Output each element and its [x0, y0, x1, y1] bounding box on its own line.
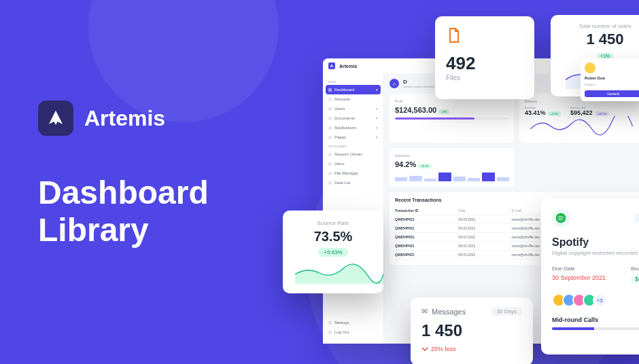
- chevron-down-icon: ▾: [376, 135, 378, 139]
- expenses-value: 94.2%: [395, 160, 416, 168]
- chevron-down-icon: ▾: [376, 88, 378, 92]
- hero-title: Dashboard Library: [38, 174, 209, 249]
- files-label: Files: [446, 74, 523, 81]
- users-label: Total number of users: [560, 23, 639, 29]
- expenses-badge: +8.1%: [418, 164, 431, 168]
- hero-title-line: Library: [38, 211, 209, 249]
- expenses-card: Expenses 94.2%+8.1%: [390, 148, 515, 187]
- project-description: Digital copyright restricted recorded mu…: [552, 250, 639, 256]
- page-header-icon: ⌂: [390, 79, 399, 88]
- files-card: 492 Files: [435, 16, 534, 99]
- sidebar-item-discover[interactable]: Discover: [323, 94, 383, 104]
- card-label: Profit: [395, 99, 508, 103]
- general-button[interactable]: General: [585, 90, 639, 97]
- budget-label: Budget: [631, 266, 639, 272]
- sidebar-item-settings[interactable]: Settings: [323, 318, 383, 327]
- profile-name: Robin Doe: [585, 76, 639, 80]
- sidebar: MAIN Dashboard▾ Discover Users▾ Document…: [323, 73, 384, 344]
- due-date-label: Due Date: [552, 266, 606, 272]
- balance-sparkline: [525, 116, 638, 136]
- sidebar-item-data-list[interactable]: Data List: [323, 178, 383, 187]
- sidebar-item-applications[interactable]: Applications▾: [323, 123, 383, 132]
- sidebar-section-label: MAIN: [323, 77, 383, 85]
- files-value: 492: [446, 53, 523, 74]
- spotify-logo-icon: [552, 209, 570, 227]
- chevron-down-icon: ▾: [376, 116, 378, 120]
- balance-value: $95,422: [570, 109, 593, 116]
- chevron-down-icon: ▾: [376, 126, 378, 130]
- bounce-label: Bounce Rate: [290, 220, 377, 226]
- profit-value: $124,563.00: [395, 106, 436, 114]
- card-label: Expenses: [395, 153, 509, 158]
- bounce-rate-card: Bounce Rate 73.5% +5.63%: [283, 211, 383, 293]
- project-status: In Progress: [634, 214, 639, 223]
- artemis-logo-icon: [38, 101, 73, 136]
- app-name: Artemis: [339, 64, 357, 69]
- mid-round-calls-label: Mid-round Calls: [552, 316, 639, 323]
- sidebar-item-file-manager[interactable]: File Manager: [323, 168, 383, 178]
- messages-title: Messages: [432, 308, 466, 316]
- sidebar-item-logout[interactable]: Log Out: [323, 327, 383, 337]
- progress-bar: [552, 327, 639, 330]
- sidebar-section-label: SECONDARY: [323, 142, 383, 149]
- spotify-project-card: In Progress Spotify Digital copyright re…: [541, 198, 639, 354]
- progress-bar: [395, 117, 508, 120]
- avatar-group: +3: [552, 293, 639, 307]
- sidebar-item-inbox[interactable]: Inbox: [323, 159, 383, 168]
- profit-card: Profit $124,563.00+8%: [390, 94, 514, 143]
- bounce-badge: +5.63%: [318, 248, 347, 257]
- trend-down-icon: [421, 346, 428, 352]
- budget-value: $650,950.00: [631, 274, 639, 284]
- sidebar-item-support[interactable]: Support Center: [323, 149, 383, 159]
- chevron-down-icon: ▾: [376, 107, 378, 111]
- messages-filter[interactable]: 30 Days: [491, 307, 522, 316]
- sidebar-item-users[interactable]: Users▾: [323, 104, 383, 113]
- due-date-value: 30 September 2021: [552, 274, 606, 281]
- hero-title-line: Dashboard: [38, 174, 209, 211]
- messages-card: ✉Messages 30 Days 1 450 25% less: [411, 297, 533, 364]
- file-icon: [446, 27, 462, 43]
- messages-trend: 25% less: [421, 346, 522, 352]
- balance-badge: +13.5%: [595, 111, 610, 116]
- expenses-bars: [395, 172, 509, 181]
- avatar: [585, 62, 595, 73]
- earnings-badge: +2.5%: [548, 111, 561, 116]
- bounce-value: 73.5%: [290, 229, 377, 244]
- sidebar-item-pages[interactable]: Pages▾: [323, 132, 383, 142]
- bounce-sparkline: [290, 262, 383, 284]
- brand: Artemis: [38, 101, 209, 136]
- sidebar-item-documents[interactable]: Documents▾: [323, 113, 383, 123]
- message-icon: ✉: [421, 307, 428, 316]
- sidebar-item-dashboard[interactable]: Dashboard▾: [326, 85, 381, 94]
- earnings-value: 43.41%: [525, 109, 546, 116]
- hero-section: Artemis Dashboard Library: [38, 101, 209, 249]
- project-title: Spotify: [552, 236, 639, 249]
- users-value: 1 450: [560, 31, 639, 48]
- app-logo-icon: A: [328, 62, 335, 69]
- profile-card: Robin Doe Designer General: [581, 58, 639, 101]
- profit-badge: +8%: [438, 109, 449, 114]
- avatar-more[interactable]: +3: [593, 293, 606, 307]
- brand-name: Artemis: [84, 106, 165, 131]
- profile-role: Designer: [585, 83, 639, 86]
- messages-value: 1 450: [421, 321, 522, 340]
